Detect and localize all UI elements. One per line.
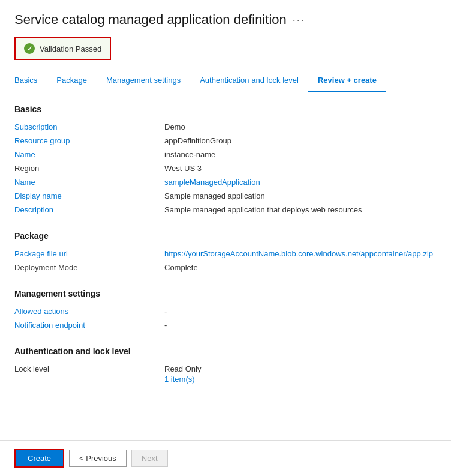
field-row-name-app: Name sampleManagedApplication [14,175,437,189]
field-label-name-instance: Name [14,150,164,159]
field-label-name-app: Name [14,178,164,187]
field-row-package-uri: Package file uri https://yourStorageAcco… [14,247,437,261]
field-label-region: Region [14,164,164,173]
tabs-container: Basics Package Management settings Authe… [14,70,437,92]
validation-banner: Validation Passed [14,37,111,60]
tab-package[interactable]: Package [47,70,97,92]
field-value-notification-endpoint: - [164,321,437,330]
field-value-name-instance: instance-name [164,150,437,159]
create-button[interactable]: Create [14,449,64,468]
field-value-name-app: sampleManagedApplication [164,178,437,187]
field-row-name-instance: Name instance-name [14,148,437,161]
management-title: Management settings [14,289,437,298]
field-label-allowed-actions: Allowed actions [14,307,164,316]
field-row-subscription: Subscription Demo [14,120,437,134]
field-value-display-name: Sample managed application [164,191,437,200]
field-value-region: West US 3 [164,164,437,173]
field-value-resource-group: appDefinitionGroup [164,136,437,145]
validation-icon [24,43,35,54]
basics-section: Basics Subscription Demo Resource group … [14,104,437,217]
field-value-lock-level-main: Read Only [164,364,437,373]
field-label-resource-group: Resource group [14,136,164,145]
field-label-notification-endpoint: Notification endpoint [14,321,164,330]
field-value-description: Sample managed application that deploys … [164,205,437,214]
previous-button[interactable]: < Previous [69,450,127,467]
basics-title: Basics [14,104,437,114]
field-label-display-name: Display name [14,191,164,200]
field-row-notification-endpoint: Notification endpoint - [14,318,437,332]
field-row-allowed-actions: Allowed actions - [14,304,437,318]
page-title: Service catalog managed application defi… [14,12,287,28]
field-label-description: Description [14,205,164,214]
page-title-ellipsis: ··· [293,14,305,26]
tab-auth-lock[interactable]: Authentication and lock level [190,70,308,92]
tab-management-settings[interactable]: Management settings [97,70,190,92]
field-value-deployment-mode: Complete [164,263,437,272]
validation-text: Validation Passed [40,44,101,53]
auth-title: Authentication and lock level [14,346,437,356]
tab-review-create[interactable]: Review + create [308,70,386,92]
field-row-description: Description Sample managed application t… [14,203,437,217]
field-label-package-uri: Package file uri [14,249,164,258]
field-value-package-uri: https://yourStorageAccountName.blob.core… [164,249,437,258]
auth-section: Authentication and lock level Lock level… [14,346,437,386]
field-label-lock-level: Lock level [14,364,164,373]
field-value-lock-level-count: 1 item(s) [164,375,437,384]
tab-basics[interactable]: Basics [14,70,47,92]
field-label-subscription: Subscription [14,122,164,131]
field-label-deployment-mode: Deployment Mode [14,263,164,272]
management-section: Management settings Allowed actions - No… [14,289,437,332]
next-button: Next [131,450,168,467]
field-value-subscription: Demo [164,122,437,131]
package-section: Package Package file uri https://yourSto… [14,231,437,274]
field-row-display-name: Display name Sample managed application [14,189,437,203]
field-row-region: Region West US 3 [14,161,437,175]
package-title: Package [14,231,437,241]
footer: Create < Previous Next [0,440,451,476]
field-value-allowed-actions: - [164,307,437,316]
field-row-lock-level: Lock level Read Only 1 item(s) [14,362,437,386]
field-row-deployment-mode: Deployment Mode Complete [14,261,437,274]
field-row-resource-group: Resource group appDefinitionGroup [14,134,437,148]
